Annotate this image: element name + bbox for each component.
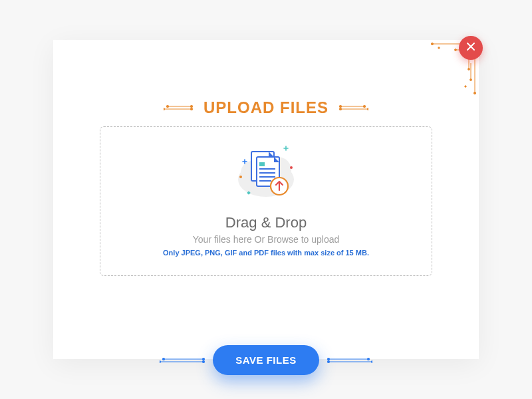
svg-point-3	[473, 92, 475, 94]
title-ornament-right-icon	[338, 103, 368, 112]
svg-point-45	[290, 166, 293, 169]
svg-point-10	[438, 47, 440, 49]
svg-point-17	[190, 108, 192, 110]
svg-point-52	[160, 360, 161, 362]
title-ornament-left-icon	[164, 103, 194, 112]
upload-dialog: UPLOAD FILES	[53, 40, 479, 359]
svg-point-58	[371, 360, 372, 362]
svg-point-7	[455, 49, 457, 51]
close-button[interactable]	[459, 36, 483, 60]
svg-point-55	[327, 358, 329, 360]
svg-point-11	[465, 86, 466, 87]
save-files-button[interactable]: SAVE FILES	[213, 345, 319, 375]
svg-point-56	[327, 360, 329, 362]
dialog-header: UPLOAD FILES	[53, 98, 479, 117]
svg-point-44	[239, 176, 242, 178]
close-icon	[466, 41, 476, 55]
svg-point-18	[166, 106, 168, 108]
dropzone-subtitle: Your files here Or Browse to upload	[193, 234, 340, 245]
dropzone-hint: Only JPEG, PNG, GIF and PDF files with m…	[163, 249, 369, 257]
svg-point-57	[367, 358, 369, 360]
svg-rect-33	[259, 162, 265, 166]
dialog-footer: SAVE FILES	[53, 345, 479, 375]
svg-point-51	[163, 358, 165, 360]
svg-point-25	[368, 108, 369, 110]
save-ornament-right-icon	[326, 356, 372, 365]
save-ornament-left-icon	[160, 356, 206, 365]
svg-point-16	[190, 106, 192, 108]
svg-point-9	[470, 79, 472, 81]
svg-point-23	[340, 108, 342, 110]
svg-point-49	[203, 358, 205, 360]
svg-point-19	[164, 108, 165, 110]
file-dropzone[interactable]: Drag & Drop Your files here Or Browse to…	[100, 126, 432, 276]
svg-point-2	[431, 43, 433, 45]
svg-point-8	[468, 68, 470, 70]
dropzone-title: Drag & Drop	[225, 214, 307, 231]
svg-point-22	[340, 106, 342, 108]
dialog-title: UPLOAD FILES	[203, 98, 329, 117]
svg-point-50	[203, 360, 205, 362]
upload-illustration-icon	[226, 138, 306, 211]
svg-point-24	[364, 106, 366, 108]
